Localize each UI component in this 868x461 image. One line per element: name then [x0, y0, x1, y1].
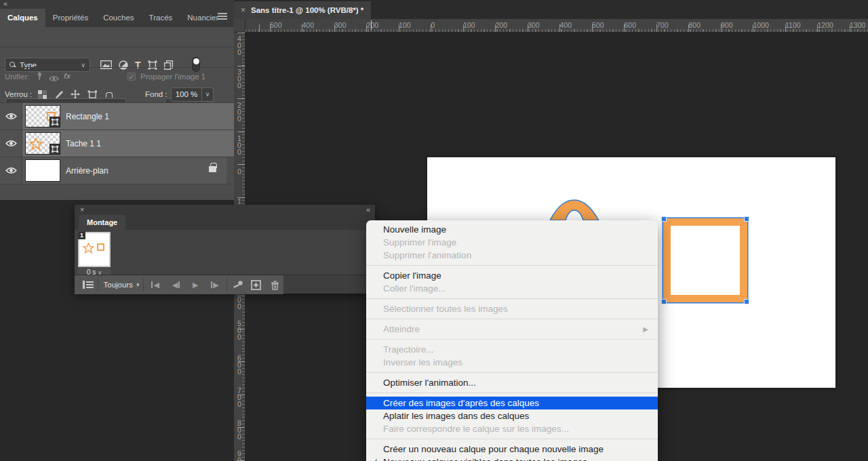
fill-dropdown[interactable]: ∨ — [202, 87, 214, 102]
unify-position-icon[interactable] — [35, 71, 44, 83]
menu-item-nouveaux-calques-visibles-dans-toutes-les-images[interactable]: ✓Nouveaux calques visibles dans toutes l… — [366, 456, 658, 461]
document-title: Sans titre-1 @ 100% (RVB/8*) * — [251, 6, 363, 14]
h-ruler-label: 400 — [560, 21, 572, 29]
menu-separator — [366, 319, 658, 319]
visibility-toggle[interactable] — [0, 157, 22, 184]
lock-row: Verrou : Fond : 100 % ∨ — [0, 85, 234, 103]
layer-thumbnail[interactable] — [25, 105, 60, 127]
h-ruler-label: 100 — [399, 21, 411, 29]
eye-icon — [5, 167, 17, 174]
check-icon: ✓ — [372, 456, 378, 461]
panel-menu-icon[interactable] — [218, 13, 227, 20]
lock-position-icon[interactable] — [71, 89, 80, 102]
v-ruler-label: 1 0 0 — [234, 135, 245, 155]
h-ruler-label: 500 — [270, 21, 282, 29]
menu-item-label: Copier l'image — [383, 270, 441, 281]
h-ruler-label: 300 — [334, 21, 347, 29]
tab-proprietes[interactable]: Propriétés — [45, 9, 96, 27]
layer-row-arriere-plan[interactable]: Arrière-plan — [0, 157, 234, 184]
lock-pixels-icon[interactable] — [54, 89, 63, 102]
tab-couches[interactable]: Couches — [96, 9, 141, 27]
eye-icon — [5, 113, 17, 120]
menu-item-optimiser-l-animation[interactable]: Optimiser l'animation... — [366, 376, 658, 389]
v-ruler-label: 7 0 0 — [234, 387, 245, 407]
h-ruler-label: 200 — [367, 21, 379, 29]
dropdown-arrow-icon: ▾ — [136, 281, 140, 288]
visibility-toggle[interactable] — [0, 130, 22, 157]
tab-montage[interactable]: Montage — [79, 215, 125, 230]
h-ruler-label: 1000 — [753, 21, 769, 29]
menu-item-trajectoire: Trajectoire... — [366, 343, 658, 356]
menu-item-label: Aplatir les images dans des calques — [383, 411, 529, 421]
layers-panel: « CalquesPropriétésCouchesTracésNuancier… — [0, 0, 234, 200]
menu-item-creer-un-nouveau-calque-pour-chaque-nouvelle-image[interactable]: Créer un nouveau calque pour chaque nouv… — [366, 443, 658, 456]
h-ruler-label: 1200 — [818, 21, 833, 29]
eye-icon — [5, 140, 17, 147]
collapse-panel-icon[interactable]: « — [366, 205, 370, 214]
panel-tabs: CalquesPropriétésCouchesTracésNuancier — [0, 9, 234, 27]
menu-separator — [366, 265, 658, 266]
h-ruler-label: 500 — [592, 21, 604, 29]
transform-handle-sw[interactable] — [661, 299, 667, 304]
play-button[interactable]: ▶ — [193, 281, 198, 289]
visibility-toggle[interactable] — [0, 103, 22, 129]
star-shape-glyph — [29, 138, 43, 151]
next-frame-button[interactable]: ▶ — [211, 281, 218, 289]
h-ruler-label: 800 — [689, 21, 701, 29]
previous-frame-button[interactable]: ◀ — [172, 281, 180, 289]
delete-frame-icon[interactable] — [266, 275, 283, 294]
panel-top-strip: « — [0, 0, 234, 9]
rectangle-shape-selected[interactable] — [663, 218, 747, 302]
v-ruler-label: 0 0 — [234, 296, 245, 310]
unify-visibility-icon[interactable] — [49, 73, 59, 85]
transform-handle-ne[interactable] — [744, 216, 749, 222]
fill-value[interactable]: 100 % — [171, 87, 202, 102]
first-frame-button[interactable]: ◀ — [151, 281, 159, 289]
tween-icon[interactable] — [229, 275, 247, 294]
transform-handle-se[interactable] — [744, 299, 749, 304]
animation-frame-1[interactable]: 1 0 s ∨ — [78, 232, 112, 277]
tab-traces[interactable]: Tracés — [142, 9, 180, 27]
loop-count-select[interactable]: Toujours ▾ — [102, 275, 141, 294]
menu-item-label: Sélectionner toutes les images — [383, 304, 508, 314]
menu-item-label: Nouveaux calques visibles dans toutes le… — [383, 457, 587, 461]
menu-item-label: Supprimer l'animation — [383, 250, 471, 260]
lock-transparency-icon[interactable] — [38, 89, 47, 102]
new-frame-icon[interactable] — [247, 275, 264, 294]
h-ruler-label: 200 — [496, 21, 508, 29]
timeline-options-icon[interactable] — [80, 275, 96, 294]
star-shape-partial[interactable] — [547, 199, 602, 221]
lock-label: Verrou : — [5, 90, 32, 98]
menu-item-label: Créer un nouveau calque pour chaque nouv… — [383, 444, 604, 454]
unify-style-icon[interactable]: fx — [64, 72, 71, 80]
menu-item-nouvelle-image[interactable]: Nouvelle image — [366, 223, 658, 236]
lock-artboard-icon[interactable] — [87, 89, 97, 102]
menu-item-copier-l-image[interactable]: Copier l'image — [366, 269, 658, 282]
layer-row-tache-1-1[interactable]: Tache 1 1 — [0, 130, 234, 157]
tab-calques[interactable]: Calques — [0, 9, 45, 27]
close-panel-icon[interactable]: × — [80, 205, 84, 214]
menu-separator — [366, 298, 658, 299]
timeline-tab-row: Montage — [75, 215, 375, 230]
layer-thumbnail[interactable] — [25, 159, 60, 182]
propagate-checkbox[interactable]: ✓ — [127, 73, 136, 81]
square-glyph — [97, 243, 104, 251]
shape-layer-badge — [50, 117, 60, 127]
menu-item-creer-des-images-d-apres-des-calques[interactable]: Créer des images d'après des calques — [366, 397, 658, 409]
menu-item-coller-l-image: Coller l'image... — [366, 282, 658, 295]
ruler-cursor-marker — [371, 20, 372, 30]
v-ruler-label: 8 0 0 — [234, 420, 245, 440]
menu-item-faire-correspondre-le-calque-sur-les-images: Faire correspondre le calque sur les ima… — [366, 422, 658, 435]
propagate-label: Propager l'image 1 — [140, 73, 205, 81]
loop-count-value: Toujours — [104, 281, 133, 289]
menu-item-aplatir-les-images-dans-des-calques[interactable]: Aplatir les images dans des calques — [366, 409, 658, 422]
collapse-panels-icon[interactable]: « — [3, 0, 7, 7]
unify-label: Unifier: — [5, 73, 29, 81]
h-ruler-label: 900 — [721, 21, 733, 29]
layer-row-rectangle-1[interactable]: Rectangle 1 — [0, 103, 234, 130]
layer-thumbnail[interactable] — [25, 132, 60, 155]
close-document-icon[interactable]: × — [234, 5, 251, 15]
v-ruler-label: 4 0 0 — [234, 35, 245, 56]
document-tab[interactable]: × Sans titre-1 @ 100% (RVB/8*) * — [234, 1, 371, 19]
transform-handle-nw[interactable] — [661, 216, 667, 222]
